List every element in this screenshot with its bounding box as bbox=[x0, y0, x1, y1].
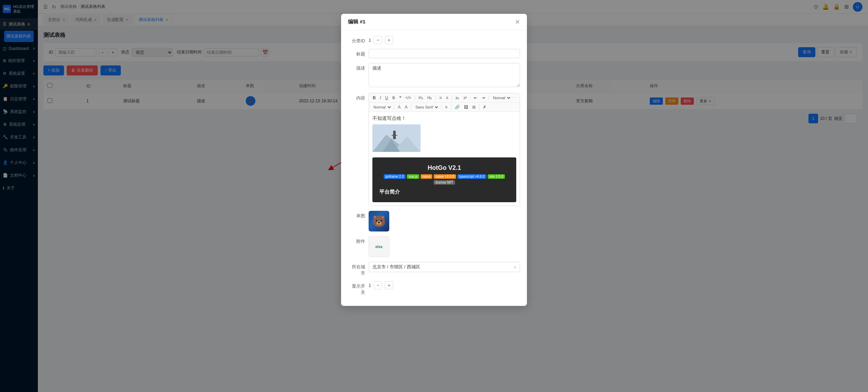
form-row-attachment: 附件 xlsx bbox=[348, 236, 520, 257]
font-size-button[interactable]: A bbox=[396, 104, 402, 110]
form-row-desc: 描述 描述 bbox=[348, 63, 520, 88]
title-control: 测试标题 bbox=[369, 49, 520, 58]
code-button[interactable]: </> bbox=[404, 95, 413, 101]
single-img-label: 单图 bbox=[348, 211, 369, 219]
toolbar-sep-10 bbox=[479, 104, 479, 110]
h1-button[interactable]: H₁ bbox=[417, 95, 425, 101]
rich-text-editor: B I U S ❝ </> H₁ H₂ ≡ ≡ bbox=[369, 93, 520, 206]
form-row-content: 内容 B I U S ❝ </> H₁ H₂ bbox=[348, 93, 520, 206]
sup-button[interactable]: x² bbox=[462, 95, 468, 101]
bear-icon-upload: 🐻 bbox=[372, 215, 386, 228]
city-control: 北京市 / 市辖区 / 西城区 ∨ bbox=[369, 262, 520, 272]
editor-content-area[interactable]: 不知道写点啥！ bbox=[369, 112, 520, 206]
switch-label: 显示开关 bbox=[348, 281, 369, 296]
upload-area: 🐻 bbox=[369, 211, 520, 231]
badge-vite: vite 2.0.0 bbox=[488, 174, 505, 179]
switch-minus[interactable]: − bbox=[374, 281, 382, 289]
hotgo-section-title: 平台简介 bbox=[379, 189, 509, 195]
quote-button[interactable]: ❝ bbox=[398, 95, 403, 101]
badge-goframe: goframe 2.3 bbox=[384, 174, 405, 179]
form-row-title: 标题 测试标题 bbox=[348, 49, 520, 58]
city-select[interactable]: 北京市 / 市辖区 / 西城区 ∨ bbox=[369, 262, 520, 272]
indent-left-button[interactable]: ⇤ bbox=[472, 95, 479, 101]
content-control: B I U S ❝ </> H₁ H₂ ≡ ≡ bbox=[369, 93, 520, 206]
attachment-label: 附件 bbox=[348, 236, 369, 245]
desc-label: 描述 bbox=[348, 63, 369, 71]
toolbar-sep-5 bbox=[488, 95, 489, 101]
toolbar-sep-7 bbox=[411, 104, 411, 110]
ul-button[interactable]: ≡ bbox=[437, 95, 443, 101]
attachment-upload-area: xlsx bbox=[369, 236, 520, 257]
switch-plus[interactable]: + bbox=[385, 281, 393, 289]
toolbar-sep-9 bbox=[451, 104, 451, 110]
toolbar-sep-1 bbox=[415, 95, 415, 101]
title-label: 标题 bbox=[348, 49, 369, 57]
content-label: 内容 bbox=[348, 93, 369, 101]
attachment-control: xlsx bbox=[369, 236, 520, 257]
switch-control: 1 − + bbox=[369, 281, 520, 289]
modal-header: 编辑 #1 ✕ bbox=[341, 14, 527, 30]
badge-vue: vue.js bbox=[407, 174, 419, 179]
align-button[interactable]: ≡ bbox=[443, 104, 449, 110]
italic-button[interactable]: I bbox=[378, 95, 383, 101]
category-id-number-input: 1 − + bbox=[369, 36, 520, 44]
category-id-label: 分类ID bbox=[348, 36, 369, 44]
badge-naive1: naive bbox=[421, 174, 432, 179]
desc-textarea[interactable]: 描述 bbox=[369, 63, 520, 87]
editor-image-1 bbox=[372, 124, 421, 152]
h2-button[interactable]: H₂ bbox=[426, 95, 434, 101]
form-row-category-id: 分类ID 1 − + bbox=[348, 36, 520, 44]
normal-select[interactable]: Normal bbox=[371, 104, 392, 110]
badge-naive2: naive >2.0.0 bbox=[434, 174, 456, 179]
hotgo-banner: HotGo V2.1 goframe 2.3 vue.js naive naiv… bbox=[372, 157, 516, 202]
strikethrough-button[interactable]: S bbox=[391, 95, 397, 101]
svg-rect-4 bbox=[393, 133, 396, 139]
underline-button[interactable]: U bbox=[383, 95, 390, 101]
editor-toolbar-2: Normal A A Sans Serif ≡ bbox=[369, 103, 520, 112]
form-row-single-img: 单图 🐻 bbox=[348, 211, 520, 231]
upload-img-preview[interactable]: 🐻 bbox=[369, 211, 389, 231]
xlsx-file[interactable]: xlsx bbox=[369, 236, 389, 257]
switch-value: 1 bbox=[369, 283, 371, 288]
sub-button[interactable]: x₂ bbox=[454, 95, 461, 101]
toolbar-sep-2 bbox=[435, 95, 436, 101]
edit-modal: 编辑 #1 ✕ 分类ID 1 − + 标题 测试标题 bbox=[341, 14, 527, 306]
category-id-value: 1 bbox=[369, 38, 371, 43]
single-img-control: 🐻 bbox=[369, 211, 520, 231]
svg-point-5 bbox=[393, 131, 396, 133]
modal-title: 编辑 #1 bbox=[348, 19, 366, 25]
city-value: 北京市 / 市辖区 / 西城区 bbox=[372, 264, 420, 270]
link-button[interactable]: 🔗 bbox=[453, 104, 462, 110]
font-family-select[interactable]: Sans Serif bbox=[413, 104, 440, 110]
desc-control: 描述 bbox=[369, 63, 520, 88]
title-input[interactable]: 测试标题 bbox=[369, 49, 520, 58]
modal-body: 分类ID 1 − + 标题 测试标题 描述 bbox=[341, 30, 527, 306]
clear-format-button[interactable]: ✗ bbox=[481, 104, 488, 110]
editor-toolbar-1: B I U S ❝ </> H₁ H₂ ≡ ≡ bbox=[369, 93, 520, 103]
form-row-switch: 显示开关 1 − + bbox=[348, 281, 520, 296]
toolbar-sep-4 bbox=[470, 95, 470, 101]
modal-overlay: 编辑 #1 ✕ 分类ID 1 − + 标题 测试标题 bbox=[0, 0, 868, 392]
bear-image: 🐻 bbox=[369, 211, 389, 231]
hotgo-badges: goframe 2.3 vue.js naive naive >2.0.0 ty… bbox=[379, 174, 509, 185]
badge-license: license MIT bbox=[434, 180, 455, 185]
city-label: 所在城市 bbox=[348, 262, 369, 276]
switch-number-input: 1 − + bbox=[369, 281, 520, 289]
format-style-select[interactable]: Normal bbox=[490, 95, 512, 101]
hotgo-title: HotGo V2.1 bbox=[379, 164, 509, 172]
ol-button[interactable]: ≡ bbox=[444, 95, 450, 101]
modal-close-button[interactable]: ✕ bbox=[515, 19, 520, 25]
badge-ts: typescript >4.6.0 bbox=[457, 174, 486, 179]
category-id-plus[interactable]: + bbox=[385, 36, 393, 44]
form-row-city: 所在城市 北京市 / 市辖区 / 西城区 ∨ bbox=[348, 262, 520, 276]
image-button[interactable]: 🖼 bbox=[462, 104, 470, 110]
table-button[interactable]: ⊞ bbox=[470, 104, 477, 110]
category-id-minus[interactable]: − bbox=[374, 36, 382, 44]
toolbar-sep-8 bbox=[441, 104, 442, 110]
category-id-control: 1 − + bbox=[369, 36, 520, 44]
toolbar-sep-3 bbox=[452, 95, 452, 101]
indent-right-button[interactable]: ⇥ bbox=[480, 95, 487, 101]
editor-text: 不知道写点啥！ bbox=[372, 115, 516, 122]
bold-button[interactable]: B bbox=[371, 95, 378, 101]
font-size2-button[interactable]: A bbox=[403, 104, 409, 110]
